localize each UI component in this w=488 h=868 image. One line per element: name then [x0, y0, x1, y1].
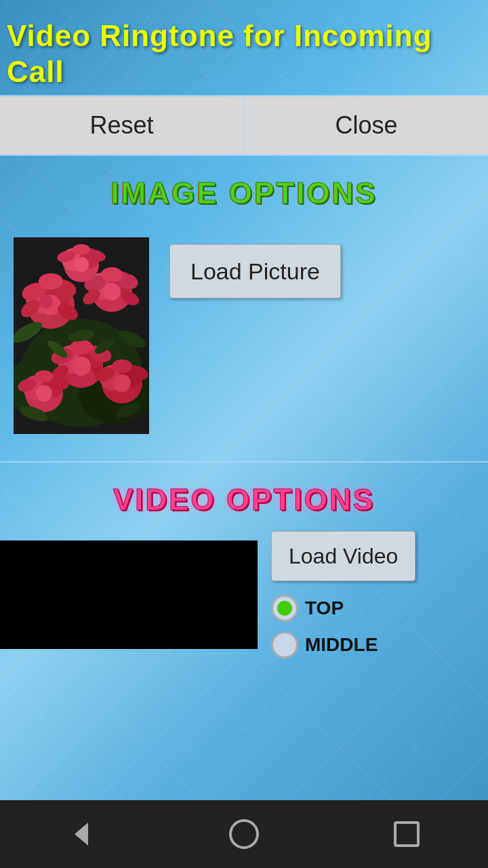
svg-point-42 [113, 374, 131, 392]
recent-nav-button[interactable] [386, 814, 427, 854]
video-preview-area [0, 540, 258, 649]
close-button[interactable]: Close [245, 96, 488, 155]
flower-image-preview [14, 237, 149, 434]
radio-middle-label: MIDDLE [305, 634, 378, 656]
load-picture-button[interactable]: Load Picture [169, 244, 341, 298]
video-options-title: VIDEO OPTIONS [0, 476, 488, 524]
image-content-area: Load Picture [0, 231, 488, 448]
radio-item-top[interactable]: TOP [271, 595, 378, 622]
svg-point-8 [39, 295, 53, 309]
video-options-section: VIDEO OPTIONS Load Video TOP MIDDLE [0, 462, 488, 800]
video-content-area: Load Video TOP MIDDLE [0, 537, 488, 646]
top-buttons-bar: Reset Close [0, 95, 488, 156]
radio-item-middle[interactable]: MIDDLE [271, 631, 378, 658]
svg-point-45 [112, 359, 132, 373]
title-area: Video Ringtone for Incoming Call [0, 0, 488, 95]
home-circle-icon [229, 819, 259, 849]
svg-point-56 [74, 257, 89, 272]
radio-top-label: TOP [305, 597, 344, 619]
svg-point-38 [35, 370, 54, 382]
svg-point-17 [103, 283, 121, 300]
radio-middle-circle[interactable] [271, 631, 298, 658]
back-nav-button[interactable] [61, 814, 102, 854]
svg-marker-60 [75, 823, 88, 846]
svg-point-35 [36, 385, 52, 401]
reset-button[interactable]: Reset [0, 96, 245, 155]
back-arrow-icon [64, 817, 98, 851]
radio-top-circle[interactable] [271, 595, 298, 622]
image-options-title: IMAGE OPTIONS [0, 170, 488, 217]
svg-point-29 [70, 340, 93, 355]
home-nav-button[interactable] [224, 814, 264, 854]
image-options-section: IMAGE OPTIONS [0, 156, 488, 462]
video-controls-area: Load Video TOP MIDDLE [258, 524, 422, 665]
load-video-button[interactable]: Load Video [271, 531, 415, 581]
app-title: Video Ringtone for Incoming Call [7, 18, 481, 90]
position-radio-group: TOP MIDDLE [271, 595, 378, 658]
svg-point-20 [101, 267, 123, 282]
navigation-bar [0, 800, 488, 868]
svg-point-11 [39, 273, 63, 290]
svg-point-26 [72, 357, 91, 376]
recent-square-icon [394, 821, 420, 847]
svg-point-59 [73, 244, 90, 255]
